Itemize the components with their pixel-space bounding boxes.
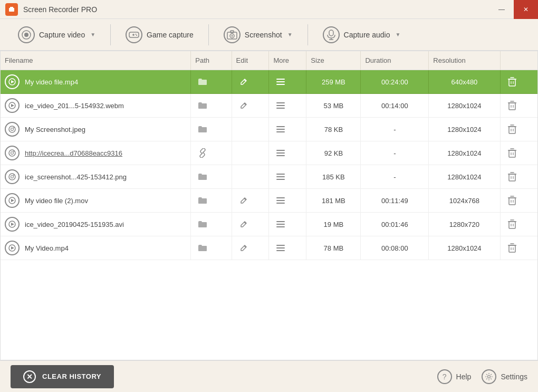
game-capture-button[interactable]: Game capture: [118, 22, 201, 47]
settings-button[interactable]: Settings: [482, 369, 527, 384]
help-button[interactable]: ? Help: [437, 369, 472, 384]
more-button[interactable]: [273, 217, 288, 232]
file-link[interactable]: http://icecrea...d70688eacc9316: [25, 149, 122, 157]
more-button[interactable]: [273, 98, 288, 113]
svg-rect-101: [509, 245, 515, 252]
delete-button[interactable]: [505, 217, 520, 232]
cell-filename: My Video.mp4: [1, 236, 191, 260]
more-button[interactable]: [273, 193, 288, 208]
delete-button[interactable]: [505, 193, 520, 208]
screenshot-button[interactable]: Screenshot ▼: [216, 22, 300, 47]
minimize-button[interactable]: —: [489, 0, 514, 19]
svg-marker-96: [11, 246, 14, 250]
close-button[interactable]: ✕: [514, 0, 538, 19]
help-icon: ?: [437, 369, 452, 384]
window-controls: — ✕: [489, 0, 538, 19]
cell-resolution: 1280x1024: [429, 236, 500, 260]
cell-delete: [500, 213, 537, 236]
cell-duration: 00:14:00: [361, 94, 429, 118]
svg-point-8: [136, 34, 137, 35]
file-name: ice_screenshot...425-153412.png: [25, 173, 127, 181]
file-table-container[interactable]: Filename Path Edit More Size Duration Re…: [0, 51, 538, 360]
delete-button[interactable]: [505, 98, 520, 113]
edit-button[interactable]: [236, 98, 251, 113]
table-row[interactable]: ice_video_20190425-151935.avi 19 MB 00:0…: [1, 213, 537, 236]
table-row[interactable]: My video file.mp4 259 MB 00:24:00 640x48: [1, 70, 537, 94]
header-resolution: Resolution: [429, 51, 500, 70]
cell-resolution: 1280x1024: [429, 141, 500, 165]
settings-label: Settings: [501, 372, 527, 381]
edit-button[interactable]: [236, 193, 251, 208]
delete-button[interactable]: [505, 146, 520, 160]
more-button[interactable]: [273, 74, 288, 89]
cell-more: [269, 94, 306, 118]
capture-audio-icon: [323, 26, 340, 43]
file-name: My video file (2).mov: [25, 197, 88, 205]
delete-button[interactable]: [505, 74, 520, 89]
toolbar: Capture video ▼ Game capture Screenshot: [0, 19, 538, 51]
separator-3: [308, 24, 308, 45]
capture-video-button[interactable]: Capture video ▼: [11, 22, 103, 47]
table-row[interactable]: ice_video_201...5-154932.webm 53 MB 00:1…: [1, 94, 537, 118]
cell-edit: [232, 118, 269, 141]
path-folder-button[interactable]: [195, 169, 210, 184]
table-row[interactable]: My Video.mp4 78 MB 00:08:00 1280x1024: [1, 236, 537, 260]
cell-filename: My Screenshot.jpeg: [1, 118, 191, 141]
table-row[interactable]: http://icecrea...d70688eacc9316 92 KB - …: [1, 141, 537, 165]
svg-point-50: [9, 150, 15, 156]
cell-size: 181 MB: [306, 189, 361, 213]
svg-marker-85: [11, 223, 14, 226]
edit-button[interactable]: [236, 241, 251, 255]
path-folder-button[interactable]: [195, 241, 210, 255]
svg-rect-11: [230, 31, 234, 33]
delete-button[interactable]: [505, 122, 520, 137]
path-folder-button[interactable]: [195, 217, 210, 232]
clear-history-button[interactable]: ✕ CLEAR HISTORY: [11, 365, 114, 388]
cell-duration: 00:24:00: [361, 70, 429, 94]
delete-button[interactable]: [505, 241, 520, 255]
screenshot-label: Screenshot: [245, 31, 282, 39]
path-folder-button[interactable]: [195, 122, 210, 137]
capture-audio-button[interactable]: Capture audio ▼: [315, 22, 408, 47]
file-table: Filename Path Edit More Size Duration Re…: [1, 51, 537, 260]
edit-button[interactable]: [236, 74, 251, 89]
more-button[interactable]: [273, 241, 288, 255]
svg-point-40: [11, 128, 14, 131]
header-more: More: [269, 51, 306, 70]
cell-more: [269, 236, 306, 260]
more-button[interactable]: [273, 146, 288, 160]
video-file-icon: [5, 98, 20, 113]
path-link-button[interactable]: [195, 146, 210, 160]
cell-resolution: 1280x720: [429, 213, 500, 236]
svg-point-106: [488, 375, 491, 378]
table-row[interactable]: My video file (2).mov 181 MB 00:11:49 10: [1, 189, 537, 213]
edit-button[interactable]: [236, 217, 251, 232]
title-bar: Screen Recorder PRO — ✕: [0, 0, 538, 19]
cell-size: 92 KB: [306, 141, 361, 165]
cell-size: 53 MB: [306, 94, 361, 118]
more-button[interactable]: [273, 122, 288, 137]
svg-rect-57: [509, 150, 515, 157]
clear-history-label: CLEAR HISTORY: [42, 372, 101, 380]
file-name: My Screenshot.jpeg: [25, 126, 85, 133]
cell-filename: My video file (2).mov: [1, 189, 191, 213]
cell-resolution: 640x480: [429, 70, 500, 94]
more-button[interactable]: [273, 169, 288, 184]
path-folder-button[interactable]: [195, 74, 210, 89]
svg-point-63: [11, 176, 14, 178]
screenshot-arrow: ▼: [287, 32, 293, 37]
cell-path: [191, 236, 232, 260]
cell-resolution: 1280x1024: [429, 94, 500, 118]
path-folder-button[interactable]: [195, 98, 210, 113]
svg-marker-74: [11, 199, 14, 202]
cell-more: [269, 141, 306, 165]
table-row[interactable]: My Screenshot.jpeg 78 KB - 1280x1024: [1, 118, 537, 141]
svg-rect-14: [329, 30, 333, 36]
cell-edit: [232, 236, 269, 260]
table-row[interactable]: ice_screenshot...425-153412.png 185 KB -…: [1, 165, 537, 189]
cell-edit: [232, 189, 269, 213]
app-icon: [5, 3, 18, 16]
path-folder-button[interactable]: [195, 193, 210, 208]
cell-delete: [500, 236, 537, 260]
delete-button[interactable]: [505, 169, 520, 184]
